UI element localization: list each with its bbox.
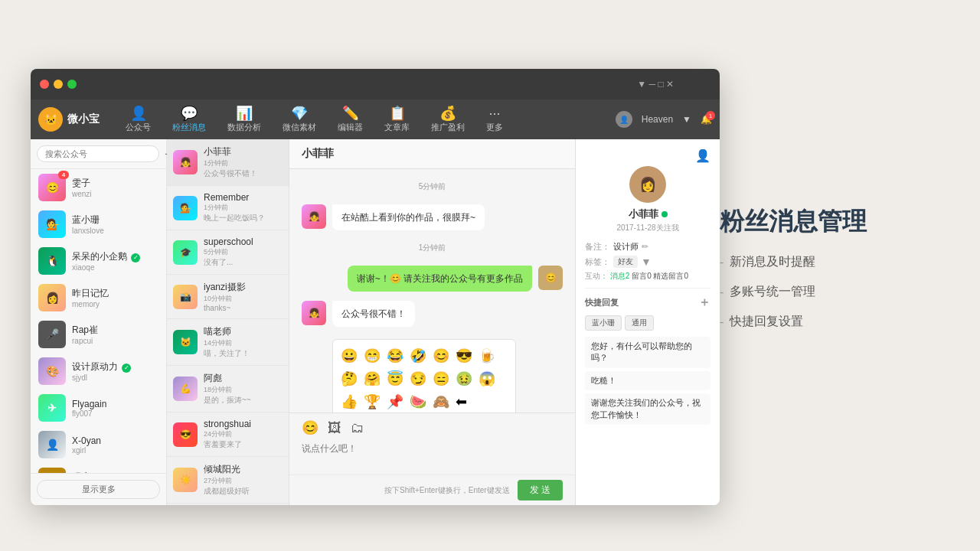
album-button[interactable]: 🗂 <box>351 420 364 436</box>
emoji-item[interactable]: 🏆 <box>362 392 382 412</box>
message-list-item[interactable]: 💪 阿彪 18分钟前 是的，振涛~~ <box>167 366 289 412</box>
emoji-item[interactable]: 🍺 <box>477 346 497 366</box>
avatar: 🦌 <box>38 468 66 473</box>
filter-tag-general[interactable]: 通用 <box>625 315 654 331</box>
time-divider: 1分钟前 <box>302 243 563 253</box>
message-list-item[interactable]: 💁 Remember 1分钟前 晚上一起吃饭吗？ <box>167 186 289 230</box>
list-item[interactable]: 🎤 Rap崔 rapcui <box>31 316 166 353</box>
emoji-item[interactable]: 📌 <box>385 392 405 412</box>
nav-item-editor[interactable]: ✏️ 编辑器 <box>327 103 374 136</box>
verified-badge: ✓ <box>131 253 140 262</box>
emoji-item[interactable]: 😑 <box>431 369 451 389</box>
message-list-item[interactable]: 👧 小菲菲 1分钟前 公众号很不错！ <box>167 139 289 186</box>
list-item[interactable]: 👤 X-0yan xgirl <box>31 426 166 463</box>
chat-area: 小菲菲 5分钟前 👧 在站酷上看到你的作品，很膜拜~ 1分钟前 😊 谢谢~！😊 … <box>289 139 576 505</box>
main-content: ＋ ⚙ 😊 4 雯子 wenzi <box>31 139 720 505</box>
message-list-item[interactable]: 📸 iyanzi摄影 10分钟前 thanks~ <box>167 275 289 319</box>
message-bubble: 公众号很不错！ <box>332 301 415 327</box>
search-input[interactable] <box>37 145 159 162</box>
shuju-icon: 📊 <box>236 106 253 120</box>
time-divider: 5分钟前 <box>302 181 563 192</box>
msg-time: 1分钟前 <box>204 203 283 213</box>
list-item[interactable]: 👩 昨日记忆 memory <box>31 279 166 316</box>
profile-tag-row: 标签： 好友 ▼ <box>585 256 710 268</box>
user-action-icon[interactable]: 👤 <box>695 149 710 162</box>
emoji-item[interactable]: 😏 <box>408 369 428 389</box>
list-item[interactable]: 🐧 呆呆的小企鹅 ✓ xiaoqe <box>31 243 166 279</box>
profile-name: 小菲菲 <box>629 207 668 221</box>
emoji-item[interactable]: 🤔 <box>339 369 359 389</box>
msg-time: 27分钟前 <box>204 476 283 486</box>
nav-item-promotion[interactable]: 💰 推广盈利 <box>420 103 475 136</box>
quick-reply-item[interactable]: 吃糙！ <box>585 371 710 390</box>
emoji-item[interactable]: 😱 <box>477 369 497 389</box>
emoji-item[interactable]: 😊 <box>431 346 451 366</box>
emoji-item[interactable]: 🤗 <box>362 369 382 389</box>
contact-info: 昨日记忆 memory <box>72 287 158 308</box>
edit-tag-icon[interactable]: ▼ <box>641 256 652 268</box>
list-item[interactable]: 😊 4 雯子 wenzi <box>31 169 166 206</box>
minimize-button[interactable] <box>54 80 63 89</box>
marketing-title: 粉丝消息管理 <box>720 207 934 236</box>
sucai-icon: 💎 <box>291 106 308 120</box>
emoji-item[interactable]: 👍 <box>339 392 359 412</box>
emoji-item[interactable]: ⬅ <box>454 392 469 412</box>
msg-name: 倾城阳光 <box>204 463 283 476</box>
emoji-item[interactable]: 😇 <box>385 369 405 389</box>
msg-time: 24分钟前 <box>204 429 283 439</box>
msg-name: iyanzi摄影 <box>204 281 283 294</box>
nav-item-shuju[interactable]: 📊 数据分析 <box>217 103 272 136</box>
emoji-item[interactable]: 😁 <box>362 346 382 366</box>
maximize-button[interactable] <box>67 80 77 89</box>
send-button[interactable]: 发 送 <box>518 480 563 500</box>
msg-avatar: 📸 <box>173 285 198 309</box>
quick-reply-item[interactable]: 您好，有什么可以帮助您的吗？ <box>585 337 710 368</box>
nav-item-more[interactable]: ··· 更多 <box>475 103 514 136</box>
msg-avatar: 🐱 <box>173 330 198 354</box>
list-item[interactable]: ✈ Flyagain fly007 <box>31 390 166 426</box>
message-list-item[interactable]: 👤 caocaofac... 1小时前 礼物呢？ <box>167 504 289 505</box>
chat-input-area <box>289 439 575 474</box>
msg-time: 10分钟前 <box>204 294 283 304</box>
list-item[interactable]: 🦌 玩鹿 lululu <box>31 463 166 473</box>
contact-sub: sjydl <box>72 373 158 382</box>
notification-bell[interactable]: 🔔 1 <box>701 114 712 125</box>
filter-tag-lanxiaoshan[interactable]: 蓝小珊 <box>585 315 622 331</box>
edit-note-icon[interactable]: ✏ <box>642 242 648 252</box>
avatar: 🎨 <box>38 357 66 385</box>
list-item[interactable]: 🎨 设计原动力 ✓ sjydl <box>31 353 166 390</box>
contact-info: 呆呆的小企鹅 ✓ xiaoqe <box>72 250 158 272</box>
emoji-item[interactable]: 😂 <box>385 346 405 366</box>
message-list-item[interactable]: 😎 strongshuai 24分钟前 害羞要来了 <box>167 412 289 457</box>
quick-reply-item[interactable]: 谢谢您关注我们的公众号，祝您工作愉快！ <box>585 393 710 425</box>
nav-item-sucai[interactable]: 💎 微信素材 <box>272 103 327 136</box>
message-list-item[interactable]: 🐱 喵老师 14分钟前 喵，关注了！ <box>167 319 289 366</box>
show-more-button[interactable]: 显示更多 <box>37 480 160 499</box>
emoji-item[interactable]: 🤢 <box>454 369 474 389</box>
message-list-item[interactable]: 🎓 superschool 5分钟前 没有了... <box>167 230 289 275</box>
logo-icon: 🐱 <box>38 107 63 132</box>
emoji-item[interactable]: 🙈 <box>431 392 451 412</box>
emoji-item[interactable]: 😎 <box>454 346 474 366</box>
image-button[interactable]: 🖼 <box>328 420 341 436</box>
nav-item-fensi[interactable]: 💬 粉丝消息 <box>162 103 217 136</box>
contact-sub: wenzi <box>72 190 158 198</box>
nav-item-gongzhonghao[interactable]: 👤 公众号 <box>115 103 162 136</box>
nav-bar: 🐱 微小宝 👤 公众号 💬 粉丝消息 📊 数据分析 💎 <box>31 99 720 139</box>
message-list-item[interactable]: ☀️ 倾城阳光 27分钟前 成都超级好听 <box>167 457 289 504</box>
verified-badge: ✓ <box>122 364 131 373</box>
emoji-item[interactable]: 😀 <box>339 346 359 366</box>
add-quick-reply-button[interactable]: ＋ <box>698 295 710 311</box>
avatar: 🐧 <box>38 247 66 275</box>
chat-footer: 按下Shift+Enter键换行，Enter键发送 发 送 <box>289 474 575 505</box>
nav-item-articles[interactable]: 📋 文章库 <box>374 103 420 136</box>
avatar: ✈ <box>38 394 66 422</box>
chat-input[interactable] <box>302 442 563 465</box>
emoji-button[interactable]: 😊 <box>302 419 318 436</box>
close-button[interactable] <box>40 80 49 89</box>
msg-self-avatar: 😊 <box>538 266 563 290</box>
emoji-item[interactable]: 🤣 <box>408 346 428 366</box>
emoji-item[interactable]: 🍉 <box>408 392 428 412</box>
list-item[interactable]: 💁 蓝小珊 lanxslove <box>31 206 166 243</box>
unread-badge: 4 <box>58 171 69 179</box>
